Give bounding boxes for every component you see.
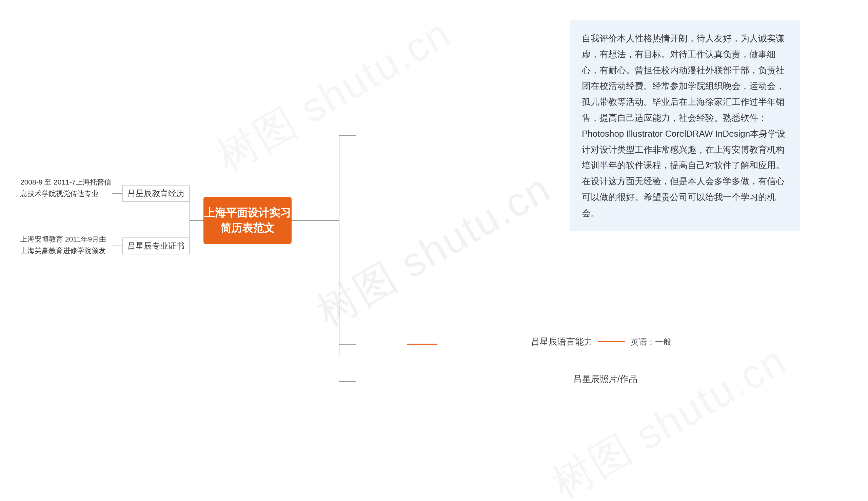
language-line-decoration <box>598 341 625 342</box>
central-node: 上海平面设计实习简历表范文 <box>204 197 292 244</box>
photo-node: 吕星辰照片/作品 <box>573 373 638 385</box>
language-label: 吕星辰语言能力 <box>531 336 593 348</box>
language-value: 英语：一般 <box>631 337 671 347</box>
language-node: 吕星辰语言能力 英语：一般 <box>531 336 671 348</box>
watermark-text-center: 树图 shutu.cn <box>307 161 561 340</box>
branch-education: 吕星辰教育经历 <box>122 185 190 202</box>
mindmap: 2008-9 至 2011-7上海托普信息技术学院视觉传达专业 上海安博教育 2… <box>0 0 868 501</box>
watermark-text-top: 树图 shutu.cn <box>207 6 461 185</box>
self-eval-box: 自我评价本人性格热情开朗，待人友好，为人诚实谦虚，有想法，有目标。对待工作认真负… <box>569 20 800 231</box>
branch-cert: 吕星辰专业证书 <box>122 237 190 254</box>
education-detail-text: 2008-9 至 2011-7上海托普信息技术学院视觉传达专业 <box>20 177 112 199</box>
watermark-text-bottom: 树图 shutu.cn <box>543 333 796 501</box>
cert-detail-text: 上海安博教育 2011年9月由上海英豪教育进修学院颁发 <box>20 233 112 256</box>
